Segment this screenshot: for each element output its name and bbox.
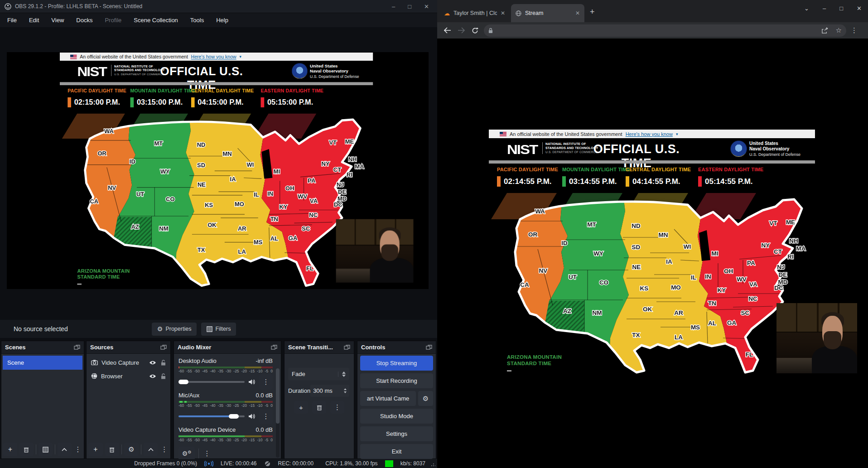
add-scene-button[interactable]: + bbox=[3, 443, 17, 456]
popout-icon[interactable] bbox=[160, 345, 167, 350]
browser-menu-icon[interactable]: ⋮ bbox=[851, 26, 858, 34]
obs-title-bar[interactable]: OBS 29.1.2 - Profile: LLHLS BETA - Scene… bbox=[0, 0, 437, 13]
menu-docks[interactable]: Docks bbox=[76, 17, 92, 24]
unlock-icon[interactable] bbox=[161, 373, 166, 379]
popout-icon[interactable] bbox=[74, 345, 80, 350]
advanced-audio-button[interactable]: ⚙⚙ bbox=[178, 447, 195, 460]
transition-menu-button[interactable]: ⋮ bbox=[330, 401, 344, 414]
forward-icon[interactable] bbox=[458, 27, 465, 34]
channel-menu-button[interactable]: ⋮ bbox=[259, 409, 273, 424]
source-row-browser[interactable]: Browser bbox=[88, 369, 169, 383]
menu-view[interactable]: View bbox=[51, 17, 64, 24]
menu-help[interactable]: Help bbox=[216, 17, 228, 24]
db-tick-label: -35 bbox=[218, 369, 223, 373]
maximize-icon[interactable]: □ bbox=[839, 5, 843, 12]
back-icon[interactable] bbox=[444, 27, 451, 34]
state-label: SC bbox=[302, 225, 310, 232]
state-label: MN bbox=[223, 150, 232, 157]
menu-scene-collection[interactable]: Scene Collection bbox=[134, 17, 178, 24]
transition-select[interactable]: Fade bbox=[288, 368, 349, 380]
eye-icon[interactable] bbox=[149, 374, 156, 379]
remove-transition-button[interactable] bbox=[312, 401, 326, 414]
lock-icon[interactable] bbox=[488, 28, 493, 34]
add-source-button[interactable]: + bbox=[88, 443, 103, 456]
bookmark-star-icon[interactable]: ☆ bbox=[836, 26, 842, 34]
remove-source-button[interactable] bbox=[105, 443, 120, 456]
volume-slider[interactable] bbox=[178, 415, 245, 417]
slider-knob[interactable] bbox=[229, 414, 239, 419]
spinner-arrows-icon[interactable] bbox=[344, 388, 347, 393]
state-label: OK bbox=[643, 306, 652, 313]
close-icon[interactable]: ✕ bbox=[424, 3, 429, 10]
minimize-icon[interactable]: – bbox=[392, 3, 395, 10]
popout-icon[interactable] bbox=[344, 345, 350, 350]
chevron-down-icon[interactable]: ⌄ bbox=[804, 5, 809, 12]
close-icon[interactable]: ✕ bbox=[857, 5, 862, 12]
eye-icon[interactable] bbox=[149, 360, 156, 365]
start-virtual-camera-button[interactable]: art Virtual Came bbox=[360, 391, 416, 406]
close-tab-icon[interactable]: ✕ bbox=[575, 10, 580, 16]
db-tick-label: -25 bbox=[233, 403, 239, 408]
exit-button[interactable]: Exit bbox=[360, 444, 433, 459]
webcam-overlay bbox=[776, 303, 857, 373]
minimize-icon[interactable]: – bbox=[823, 5, 826, 12]
source-properties-button[interactable]: ⚙ bbox=[124, 443, 139, 456]
zone-bar bbox=[130, 97, 134, 107]
trash-icon bbox=[24, 447, 29, 453]
menu-profile[interactable]: Profile bbox=[105, 17, 121, 24]
state-label: CA bbox=[90, 198, 98, 205]
tab-cloudflare[interactable]: ☁ Taylor Smith | Cloudflare ✕ bbox=[439, 4, 510, 22]
scrollbar[interactable] bbox=[276, 368, 280, 458]
add-transition-button[interactable]: + bbox=[294, 401, 308, 414]
reload-icon[interactable] bbox=[472, 27, 478, 34]
address-bar[interactable]: ☆ bbox=[484, 24, 846, 37]
start-recording-button[interactable]: Start Recording bbox=[360, 373, 433, 388]
volume-slider[interactable] bbox=[178, 381, 245, 383]
properties-button[interactable]: ⚙ Properties bbox=[152, 323, 197, 336]
timezone-row: PACIFIC DAYLIGHT TIME 02:14:55 P.M. MOUN… bbox=[489, 167, 815, 189]
source-row-video-capture[interactable]: Video Capture bbox=[88, 356, 169, 369]
stop-streaming-button[interactable]: Stop Streaming bbox=[360, 356, 433, 371]
mixer-menu-button[interactable]: ⋮ bbox=[203, 447, 212, 460]
maximize-icon[interactable]: □ bbox=[408, 3, 411, 10]
gov-banner-link[interactable]: Here's how you know bbox=[626, 131, 673, 137]
slider-knob[interactable] bbox=[178, 380, 188, 384]
state-label: VA bbox=[749, 281, 757, 288]
remove-scene-button[interactable] bbox=[19, 443, 34, 456]
tab-stream[interactable]: Stream ✕ bbox=[511, 4, 584, 22]
virtual-camera-config-button[interactable]: ⚙ bbox=[418, 391, 433, 406]
new-tab-button[interactable]: + bbox=[590, 8, 595, 16]
cloudflare-favicon: ☁ bbox=[444, 10, 450, 17]
unlock-icon[interactable] bbox=[161, 360, 166, 366]
db-tick-label: -5 bbox=[265, 438, 269, 442]
state-label: NE bbox=[632, 264, 641, 270]
close-tab-icon[interactable]: ✕ bbox=[501, 10, 505, 16]
speaker-icon[interactable] bbox=[248, 413, 256, 420]
sources-menu-button[interactable]: ⋮ bbox=[160, 443, 169, 456]
settings-button[interactable]: Settings bbox=[360, 426, 433, 441]
scene-filters-button[interactable] bbox=[39, 443, 53, 456]
arizona-line1: ARIZONA MOUNTAIN bbox=[77, 268, 130, 274]
zone-label: CENTRAL DAYLIGHT TIME bbox=[626, 167, 691, 172]
menu-edit[interactable]: Edit bbox=[29, 17, 39, 24]
obs-preview-canvas[interactable]: An official website of the United States… bbox=[7, 52, 429, 289]
share-icon[interactable] bbox=[821, 27, 829, 34]
studio-mode-button[interactable]: Studio Mode bbox=[360, 409, 433, 424]
resize-grip[interactable] bbox=[431, 462, 435, 467]
move-scene-up-button[interactable] bbox=[58, 443, 72, 456]
state-label: MS bbox=[254, 239, 263, 246]
filters-button[interactable]: Filters bbox=[201, 323, 236, 336]
menu-file[interactable]: File bbox=[7, 17, 17, 24]
speaker-icon[interactable] bbox=[248, 379, 256, 385]
gear-icon: ⚙ bbox=[128, 445, 134, 454]
popout-icon[interactable] bbox=[271, 345, 277, 350]
popout-icon[interactable] bbox=[426, 345, 432, 350]
menu-tools[interactable]: Tools bbox=[190, 17, 204, 24]
mixer-channel-mic-aux: Mic/Aux0.0 dB -60-55-50-45-40-35-30-25-2… bbox=[178, 392, 273, 422]
gov-banner-link[interactable]: Here's how you know bbox=[191, 54, 236, 59]
move-source-up-button[interactable] bbox=[144, 443, 158, 456]
channel-menu-button[interactable]: ⋮ bbox=[259, 374, 273, 390]
duration-spinner[interactable]: 300 ms bbox=[310, 385, 349, 397]
scene-list-item[interactable]: Scene bbox=[3, 356, 82, 370]
scenes-menu-button[interactable]: ⋮ bbox=[74, 443, 82, 456]
